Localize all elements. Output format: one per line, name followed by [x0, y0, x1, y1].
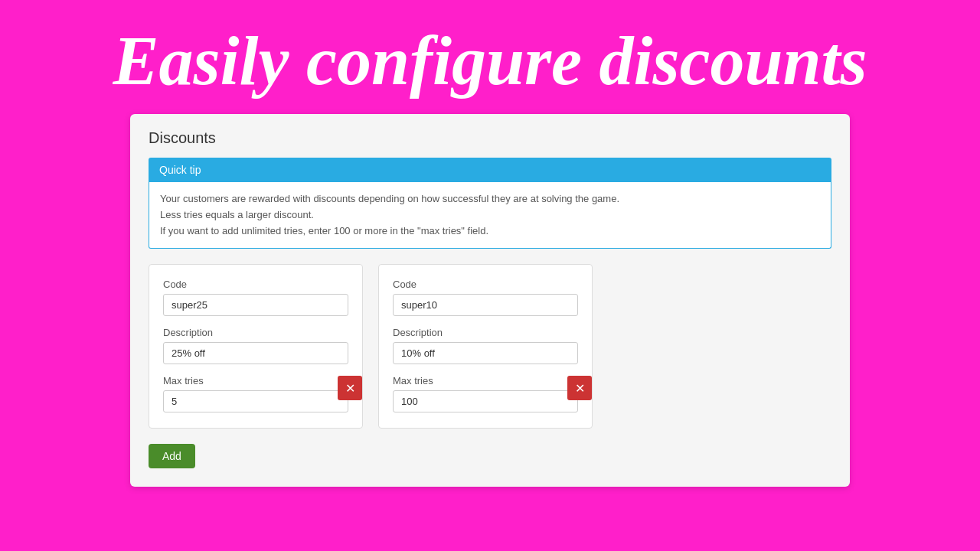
code-label-2: Code	[393, 279, 578, 290]
code-input-2[interactable]	[393, 294, 578, 316]
max-tries-input-2[interactable]	[393, 390, 578, 412]
discounts-panel: Discounts Quick tip Your customers are r…	[130, 114, 850, 487]
description-label-1: Description	[163, 327, 348, 338]
description-input-2[interactable]	[393, 342, 578, 364]
quick-tip-heading: Quick tip	[149, 158, 831, 182]
discount-card-1: Code Description ✕ Max tries	[149, 264, 363, 429]
quick-tip-line-1: Your customers are rewarded with discoun…	[160, 193, 619, 204]
description-input-1[interactable]	[163, 342, 348, 364]
add-button[interactable]: Add	[149, 444, 195, 468]
max-tries-label-1: Max tries	[163, 375, 348, 386]
code-label-1: Code	[163, 279, 348, 290]
discount-card-2: Code Description ✕ Max tries	[378, 264, 593, 429]
panel-title: Discounts	[149, 129, 831, 147]
discount-cards-container: Code Description ✕ Max tries Code	[149, 264, 831, 429]
code-input-1[interactable]	[163, 294, 348, 316]
quick-tip-section: Quick tip Your customers are rewarded wi…	[149, 158, 831, 249]
quick-tip-line-3: If you want to add unlimited tries, ente…	[160, 225, 488, 236]
delete-button-2[interactable]: ✕	[567, 376, 592, 400]
max-tries-label-2: Max tries	[393, 375, 578, 386]
description-label-2: Description	[393, 327, 578, 338]
page-hero-title: Easily configure discounts	[0, 0, 980, 114]
max-tries-input-1[interactable]	[163, 390, 348, 412]
delete-button-1[interactable]: ✕	[338, 376, 362, 400]
quick-tip-line-2: Less tries equals a larger discount.	[160, 209, 314, 220]
quick-tip-body: Your customers are rewarded with discoun…	[149, 182, 831, 249]
